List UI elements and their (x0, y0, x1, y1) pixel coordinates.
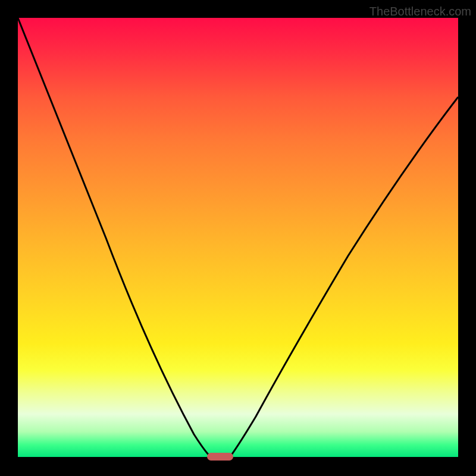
x-axis-baseline (18, 457, 458, 458)
watermark-text: TheBottleneck.com (369, 5, 471, 18)
optimal-point-marker (207, 453, 233, 461)
chart-area (18, 18, 458, 458)
curve-layer (18, 18, 458, 458)
curve-path-right (229, 97, 458, 458)
curve-path-left (18, 18, 212, 458)
